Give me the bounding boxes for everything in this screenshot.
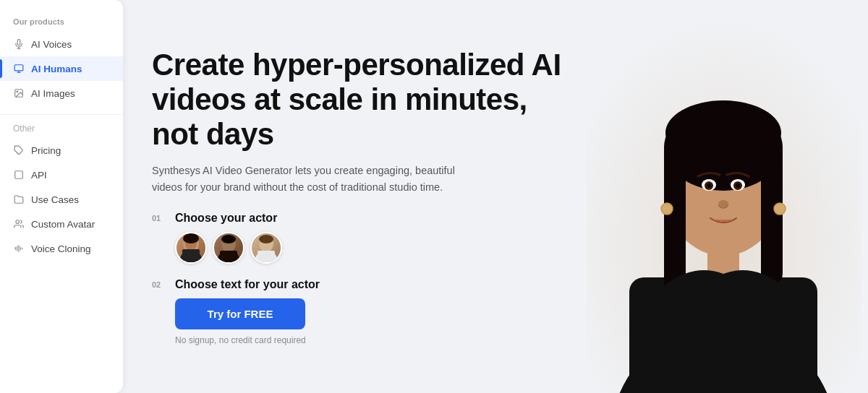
voice-cloning-label: Voice Cloning <box>31 243 91 254</box>
custom-avatar-icon <box>13 218 25 230</box>
voice-cloning-icon <box>13 243 25 254</box>
svg-point-43 <box>736 183 740 188</box>
actor-1-face <box>176 232 205 264</box>
svg-point-46 <box>774 203 786 215</box>
svg-point-19 <box>183 233 199 243</box>
main-content: Create hyper-personalized AI videos at s… <box>123 0 868 393</box>
svg-point-9 <box>16 220 20 224</box>
ai-voices-label: AI Voices <box>31 39 72 50</box>
other-section-label: Other <box>0 124 123 138</box>
sidebar-item-ai-images[interactable]: AI Images <box>0 81 123 105</box>
use-cases-label: Use Cases <box>31 194 79 205</box>
svg-rect-22 <box>220 251 237 264</box>
person-image-area <box>579 0 868 393</box>
sidebar: Our products AI Voices AI Humans AI Imag… <box>0 0 123 393</box>
api-label: API <box>31 170 47 181</box>
sidebar-item-ai-voices[interactable]: AI Voices <box>0 32 123 56</box>
svg-point-40 <box>707 183 711 188</box>
sidebar-item-api[interactable]: API <box>0 163 123 187</box>
pricing-icon <box>13 144 25 156</box>
actor-avatar-2[interactable] <box>213 232 244 264</box>
step-1-number: 01 <box>152 214 166 223</box>
sidebar-item-pricing[interactable]: Pricing <box>0 138 123 163</box>
hero-subtext: Synthesys AI Video Generator lets you cr… <box>152 163 485 196</box>
actor-avatar-1[interactable] <box>175 232 207 264</box>
actor-avatars <box>175 232 571 264</box>
steps-container: 01 Choose your actor <box>152 212 571 345</box>
use-cases-icon <box>13 194 25 205</box>
svg-rect-2 <box>14 65 23 71</box>
ai-images-icon <box>13 87 25 99</box>
step-1-header: 01 Choose your actor <box>152 212 571 225</box>
microphone-icon <box>13 38 25 50</box>
pricing-label: Pricing <box>31 145 61 156</box>
ai-humans-icon <box>13 63 25 74</box>
svg-rect-18 <box>182 249 200 264</box>
step-2-header: 02 Choose text for your actor <box>152 278 571 291</box>
svg-point-45 <box>661 203 673 215</box>
products-section-label: Our products <box>0 17 123 32</box>
step-1: 01 Choose your actor <box>152 212 571 264</box>
sidebar-item-ai-humans[interactable]: AI Humans <box>0 56 123 81</box>
step-1-title: Choose your actor <box>175 212 277 225</box>
page-headline: Create hyper-personalized AI videos at s… <box>152 48 571 152</box>
svg-rect-8 <box>15 171 23 179</box>
svg-point-27 <box>259 235 273 243</box>
ai-humans-label: AI Humans <box>31 64 82 74</box>
svg-point-23 <box>221 235 236 243</box>
sidebar-item-voice-cloning[interactable]: Voice Cloning <box>0 236 123 261</box>
sidebar-item-use-cases[interactable]: Use Cases <box>0 187 123 212</box>
ai-images-label: AI Images <box>31 88 75 99</box>
sidebar-item-custom-avatar[interactable]: Custom Avatar <box>0 212 123 236</box>
no-signup-text: No signup, no credit card required <box>175 335 571 345</box>
step-2-title: Choose text for your actor <box>175 278 320 291</box>
svg-point-6 <box>17 91 18 92</box>
actor-avatar-3[interactable] <box>250 232 282 264</box>
actor-3-face <box>252 232 281 264</box>
cta-section: Try for FREE No signup, no credit card r… <box>175 298 571 345</box>
api-icon <box>13 169 25 181</box>
svg-point-37 <box>665 100 781 165</box>
step-2-number: 02 <box>152 280 166 289</box>
try-free-button[interactable]: Try for FREE <box>175 298 305 329</box>
actor-2-face <box>214 232 243 264</box>
person-illustration <box>586 17 861 393</box>
step-2: 02 Choose text for your actor Try for FR… <box>152 278 571 345</box>
svg-rect-26 <box>258 251 275 264</box>
hero-content: Create hyper-personalized AI videos at s… <box>152 20 571 373</box>
sidebar-divider <box>0 114 123 115</box>
custom-avatar-label: Custom Avatar <box>31 219 95 230</box>
